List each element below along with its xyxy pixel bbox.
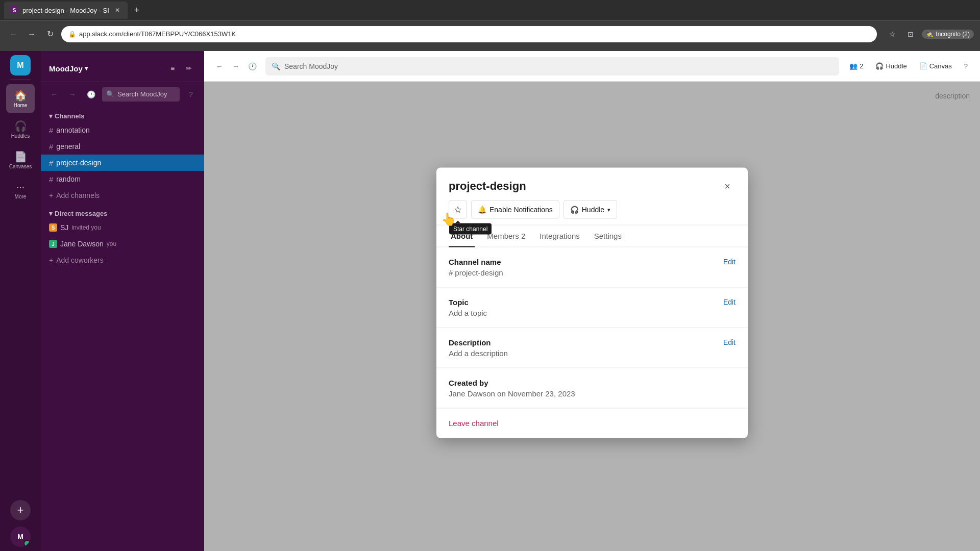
dm-section-header[interactable]: ▾ Direct messages (41, 208, 204, 219)
back-button[interactable]: ← (6, 27, 20, 41)
channel-name-label: Channel name (449, 258, 503, 266)
browser-tab-bar: S project-design - MoodJoy - SI ✕ + (0, 0, 980, 20)
tab-settings-label: Settings (594, 232, 622, 240)
description-value: Add a description (449, 349, 508, 358)
dm-suffix-jane: you (107, 240, 116, 247)
add-coworkers-icon: + (49, 256, 53, 264)
channel-name-annotation: annotation (56, 126, 89, 134)
main-search-bar[interactable]: 🔍 Search MoodJoy (265, 57, 839, 76)
sidebar-more-label: More (15, 194, 27, 199)
created-by-label: Created by (449, 379, 736, 387)
dropdown-icon: ▾ (85, 65, 88, 72)
tab-integrations[interactable]: Integrations (537, 226, 581, 247)
huddle-label: Huddle (886, 62, 906, 70)
add-channels-icon: + (49, 191, 53, 199)
channels-section-header[interactable]: ▾ Channels (41, 110, 204, 122)
modal-title: project-design (449, 180, 526, 193)
enable-notifications-button[interactable]: 🔔 Enable Notifications (471, 201, 559, 219)
main-right-actions: 👥 2 🎧 Huddle 📄 Canvas ? (845, 60, 972, 72)
dm-item-sj[interactable]: S SJ invited you (41, 219, 204, 236)
incognito-badge: 🕵 Incognito (2) (922, 30, 974, 39)
sidebar-item-huddles[interactable]: 🎧 Huddles (6, 115, 35, 143)
filter-button[interactable]: ≡ (165, 61, 180, 76)
dm-name-jane: Jane Dawson (60, 240, 104, 248)
huddle-toolbar-button[interactable]: 🎧 Huddle ▾ (564, 201, 617, 219)
channel-item-random[interactable]: # random (41, 171, 204, 187)
canvas-icon: 📄 (919, 62, 927, 70)
huddle-button[interactable]: 🎧 Huddle (871, 60, 911, 72)
dm-section-label: Direct messages (55, 210, 107, 217)
sidebar-canvases-label: Canvases (9, 164, 32, 169)
workspace-name[interactable]: MoodJoy ▾ (49, 64, 88, 73)
tab-close-button[interactable]: ✕ (113, 6, 121, 14)
channel-name-random: random (56, 175, 80, 183)
sidebar-item-more[interactable]: ··· More (6, 176, 35, 205)
more-icon: ··· (16, 181, 25, 193)
main-forward-button[interactable]: → (229, 59, 243, 73)
sidebar-forward-button[interactable]: → (65, 87, 80, 102)
channel-name-content: Channel name # project-design (449, 258, 503, 277)
description-edit-button[interactable]: Edit (723, 338, 736, 346)
profile-avatar[interactable]: M (10, 527, 31, 547)
star-channel-tooltip: Star channel (449, 223, 492, 235)
modal-header: project-design × (436, 168, 748, 194)
search-icon: 🔍 (106, 90, 114, 98)
star-channel-button[interactable]: ☆ Star channel (449, 201, 467, 219)
browser-nav-bar: ← → ↻ 🔒 app.slack.com/client/T067MEBPPUY… (0, 20, 980, 47)
nav-right: ☆ ⊡ 🕵 Incognito (2) (885, 27, 974, 41)
home-icon: 🏠 (14, 89, 27, 102)
star-page-button[interactable]: ☆ (885, 27, 899, 41)
sidebar-item-home[interactable]: 🏠 Home (6, 84, 35, 113)
lock-icon: 🔒 (68, 31, 76, 38)
main-back-button[interactable]: ← (212, 59, 227, 73)
channel-name-edit-button[interactable]: Edit (723, 258, 736, 266)
browser-chrome: S project-design - MoodJoy - SI ✕ + ← → … (0, 0, 980, 51)
members-button[interactable]: 👥 2 (845, 60, 867, 72)
tab-settings[interactable]: Settings (592, 226, 624, 247)
channel-item-project-design[interactable]: # project-design (41, 155, 204, 171)
workspace-sidebar: M 🏠 Home 🎧 Huddles 📄 Canvases ··· More +… (0, 51, 41, 551)
channel-search[interactable]: 🔍 Search MoodJoy (102, 87, 180, 102)
tab-members-label: Members 2 (487, 232, 525, 240)
description-label: Description (449, 338, 508, 347)
dm-collapse-icon: ▾ (49, 210, 53, 217)
dm-section: ▾ Direct messages S SJ invited you J Jan… (41, 208, 204, 268)
sidebar-home-label: Home (14, 103, 28, 108)
help-button[interactable]: ? (184, 87, 198, 102)
dm-name-sj: SJ (60, 223, 68, 232)
dm-item-jane[interactable]: J Jane Dawson you (41, 236, 204, 252)
description-row: Description Add a description Edit (449, 338, 736, 358)
channel-item-general[interactable]: # general (41, 138, 204, 155)
tab-snapshot-button[interactable]: ⊡ (903, 27, 918, 41)
browser-tab-active[interactable]: S project-design - MoodJoy - SI ✕ (4, 2, 128, 19)
workspace-avatar[interactable]: M (10, 55, 31, 76)
topic-edit-button[interactable]: Edit (723, 298, 736, 306)
add-workspace-button[interactable]: + (10, 500, 31, 520)
forward-button[interactable]: → (24, 27, 39, 41)
add-coworkers-button[interactable]: + Add coworkers (41, 252, 204, 268)
sidebar-item-canvases[interactable]: 📄 Canvases (6, 145, 35, 174)
help-button[interactable]: ? (960, 60, 972, 72)
created-by-value: Jane Dawson on November 23, 2023 (449, 389, 736, 398)
hash-icon: # (49, 142, 53, 151)
header-icons: ≡ ✏ (165, 61, 196, 76)
main-search-icon: 🔍 (272, 62, 280, 70)
main-history-button[interactable]: 🕐 (245, 59, 259, 73)
channel-name-row: Channel name # project-design Edit (449, 258, 736, 277)
canvas-button[interactable]: 📄 Canvas (915, 60, 956, 72)
history-button[interactable]: 🕐 (84, 87, 98, 102)
hash-icon: # (49, 159, 53, 167)
huddle-icon: 🎧 (875, 62, 884, 70)
channel-item-annotation[interactable]: # annotation (41, 122, 204, 138)
reload-button[interactable]: ↻ (43, 27, 57, 41)
tab-integrations-label: Integrations (540, 232, 579, 240)
url-text: app.slack.com/client/T067MEBPPUY/C066X15… (79, 30, 236, 38)
compose-button[interactable]: ✏ (182, 61, 196, 76)
new-tab-button[interactable]: + (130, 3, 144, 17)
channel-name-project-design: project-design (56, 159, 101, 167)
leave-channel-button[interactable]: Leave channel (449, 419, 499, 428)
address-bar[interactable]: 🔒 app.slack.com/client/T067MEBPPUY/C066X… (61, 26, 877, 42)
modal-close-button[interactable]: × (719, 178, 736, 194)
add-channels-button[interactable]: + Add channels (41, 187, 204, 204)
sidebar-back-button[interactable]: ← (47, 87, 61, 102)
